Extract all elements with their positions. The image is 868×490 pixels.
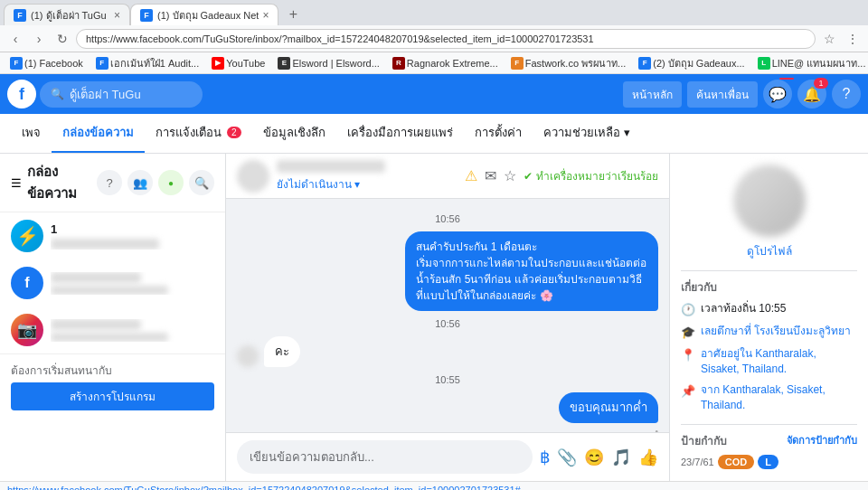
bookmark-yt-icon: ▶ [212,57,224,70]
inbox-messenger-avatar: ⚡ [11,220,43,252]
msg-sent-1: สนคำรับประกัน 1 เดือนตะ เริ่มจากการแกะไห… [237,231,658,311]
mark-done-action[interactable]: ✔ ทำเครื่องหมายว่าเรียนร้อย [524,167,658,184]
inbox-fb-name [51,272,141,283]
labels-title-row: ป้ายกำกับ จัดการป้ายกำกับ [681,432,857,449]
back-button[interactable]: ‹ [5,29,25,49]
bookmark-button[interactable]: ☆ [819,29,839,49]
chat-name [277,160,385,173]
chat-attach-icon[interactable]: 📎 [557,448,577,467]
inbox-fb-item[interactable]: f [0,259,225,306]
sidebar-people-btn[interactable]: 👥 [127,170,153,195]
sidebar-active-btn[interactable]: ● [158,170,184,195]
sidebar-search-btn[interactable]: 🔍 [189,170,214,195]
bookmark-ragnarok[interactable]: R Ragnarok Extreme... [388,55,503,71]
fb-nav-links: หน้าหลัก ค้นหาเพื่อน 💬 🔔 1 ? [623,80,861,108]
new-tab-button[interactable]: + [282,4,304,25]
subnav-page[interactable]: เพจ [11,114,52,153]
subnav-help[interactable]: ความช่วยเหลือ ▾ [533,114,641,153]
inbox-messenger-item[interactable]: ⚡ 1 [0,212,225,259]
subnav-help-chevron: ▾ [624,126,630,139]
inbox-fb-info [51,272,214,295]
info-time-text: เวลาท้องถิ่น 10:55 [701,301,786,316]
address-text: https://www.facebook.com/TuGuStore/inbox… [86,33,594,44]
chat-status-dropdown[interactable]: ยังไม่ดำเนินงาน ▾ [277,178,360,191]
fb-help-icon[interactable]: ? [832,80,861,108]
star-icon: ☆ [504,167,516,184]
msg-time-1056-1: 10:56 [237,213,658,224]
subnav-notifications-badge: 2 [227,127,241,138]
fb-logo-area: f 🔍 ดู้เต็อผ่า TuGu [7,80,203,108]
checkmark-icon: ✔ [524,170,533,183]
bookmark-line[interactable]: L LINE@ แทนมผนาท... [753,53,868,73]
info-school: 🎓 เลยตึกษาที่ โรงเรียนบึงมะลูวิทยา [681,324,857,341]
chat-emoji-icon[interactable]: 😊 [584,448,604,467]
subnav-help-label: ความช่วยเหลือ [543,123,620,142]
compose-button[interactable]: สร้างการโปรแกรม [11,382,214,410]
label-items: 23/7/61 COD L [681,455,857,469]
label-cod: COD [718,455,754,469]
bookmark-fb2-label: (2) บัตถุม Gadeaux... [653,55,744,71]
fb-home-btn[interactable]: หน้าหลัก [623,81,682,108]
chat-audio-icon[interactable]: 🎵 [611,448,631,467]
fb-chat-header-actions: ⚠ ✉ ☆ ✔ ทำเครื่องหมายว่าเรียนร้อย [465,167,658,184]
fb-chat-header-left: ยังไม่ดำเนินงาน ▾ [237,160,385,193]
fb-friends-btn[interactable]: ค้นหาเพื่อน [687,81,758,108]
bookmark-fb2[interactable]: F (2) บัตถุม Gadeaux... [634,53,749,73]
subnav-insights[interactable]: ข้อมูลเชิงลึก [252,114,336,153]
chat-baht-icon[interactable]: ฿ [540,448,550,467]
manage-labels-link[interactable]: จัดการป้ายกำกับ [787,432,857,449]
view-profile-link[interactable]: ดูโปรไฟล์ [747,242,792,259]
divider-1 [681,270,857,271]
inbox-ig-name [51,319,141,330]
fb-search-icon: 🔍 [51,88,64,100]
about-title: เกี่ยวกับ [681,278,857,296]
tab-2[interactable]: F (1) บัตถุม Gadeaux Net × [130,4,278,25]
mark-done-label: ทำเครื่องหมายว่าเรียนร้อย [536,167,658,184]
refresh-button[interactable]: ↻ [52,29,72,49]
messenger-icon: ⚡ [16,225,39,247]
msg-time-1055: 10:55 [237,374,658,385]
inbox-ig-item[interactable]: 📷 [0,306,225,353]
bookmark-youtube[interactable]: ▶ YouTube [207,55,269,71]
subnav-publishing[interactable]: เครื่องมือการเผยแพร่ [336,114,464,153]
msg-bubble-sent-2: ขอบคุณมากค่ำ [559,392,658,423]
bookmark-fb2-icon: F [638,57,651,70]
tab-1-close[interactable]: × [114,9,120,22]
tab-2-title: (1) บัตถุม Gadeaux Net [157,7,259,24]
fb-chat-area: ยังไม่ดำเนินงาน ▾ ⚠ ✉ ☆ ✔ ทำเครื่องหมายว… [226,154,669,481]
tab-2-close[interactable]: × [262,9,269,22]
forward-button[interactable]: › [29,29,49,49]
info-from-text: จาก Kantharalak, Sisaket, Thailand. [701,382,857,413]
inbox-messenger-info: 1 [51,222,214,250]
msg-avatar-1 [237,345,259,367]
subnav-notifications[interactable]: การแจ้งเตือน 2 [145,114,252,153]
bookmark-audit[interactable]: F เอกเม้นท์ใฝ่1 Audit... [91,53,203,73]
fb-sidebar-header: ☰ กล่องข้อความ ? 👥 ● 🔍 [0,154,225,212]
email-icon: ✉ [485,167,496,184]
fb-notifications-icon[interactable]: 🔔 1 [797,80,826,108]
inbox-fb-avatar: f [11,267,43,299]
sidebar-help-btn[interactable]: ? [97,170,122,195]
address-input[interactable]: https://www.facebook.com/TuGuStore/inbox… [76,29,816,49]
bookmark-els-icon: E [278,57,290,70]
bookmark-audit-icon: F [96,57,108,70]
subnav-settings[interactable]: การตั้งค่า [464,114,533,153]
right-panel-avatar [733,165,806,237]
subnav-inbox[interactable]: กล่องข้อความ [52,114,145,153]
fb-messages-icon[interactable]: 💬 [763,80,792,108]
subnav-insights-label: ข้อมูลเชิงลึก [263,123,326,142]
bookmark-line-icon: L [758,57,770,70]
label-date: 23/7/61 [681,457,714,467]
fb-chat-input[interactable]: เขียนข้อความตอบกลับ... [237,440,533,474]
menu-button[interactable]: ⋮ [843,29,863,49]
bookmark-elsword[interactable]: E Elsword | Elsword... [273,55,383,71]
fb-logo: f [7,80,36,108]
fb-search-box[interactable]: 🔍 ดู้เต็อผ่า TuGu [40,81,203,108]
msg-bubble-received-1: คะ [264,336,300,367]
bookmark-facebook[interactable]: F (1) Facebook [5,55,88,71]
tab-1[interactable]: F (1) ดู้เต็อผ่า TuGu × [4,4,130,25]
fb-sidebar: ☰ กล่องข้อความ ? 👥 ● 🔍 ⚡ [0,154,226,481]
chat-like-icon[interactable]: 👍 [638,448,658,467]
labels-title: ป้ายกำกับ [681,432,727,449]
bookmark-fastwork[interactable]: F Fastwork.co พรผนาท... [506,53,631,73]
